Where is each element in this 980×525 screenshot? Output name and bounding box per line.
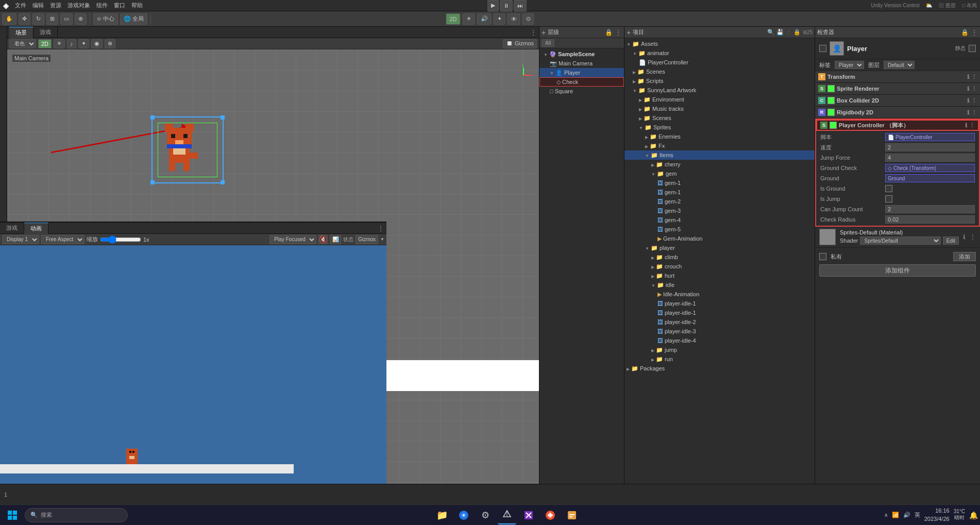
proj-gem-anim[interactable]: ▶ Gem-Animation <box>624 234 815 243</box>
gizmos-btn-game[interactable]: Gizmos <box>356 235 378 244</box>
collider-more-icon[interactable]: ⋮ <box>971 97 977 104</box>
pc-script-value[interactable]: 📄 PlayerController <box>885 133 975 141</box>
taskbar-git[interactable] <box>541 506 560 524</box>
network-icon[interactable]: 📶 <box>892 512 899 518</box>
taskbar-misc[interactable] <box>563 506 581 524</box>
start-button[interactable] <box>2 506 23 524</box>
proj-playercontroller[interactable]: 📄 PlayerController <box>624 58 815 67</box>
menu-edit[interactable]: 编辑 <box>32 2 44 9</box>
proj-scenes[interactable]: 📁 Scenes <box>624 67 815 76</box>
step-button[interactable]: ⏭ <box>514 0 527 11</box>
menu-component[interactable]: 组件 <box>96 2 108 9</box>
rigidbody-enable[interactable] <box>827 109 835 116</box>
pc-speed-value[interactable]: 2 <box>885 143 975 151</box>
menu-help[interactable]: 帮助 <box>131 2 143 9</box>
mute-btn[interactable]: 🔇 <box>318 235 328 244</box>
pause-button[interactable]: ⏸ <box>500 0 513 11</box>
proj-run[interactable]: 📁 run <box>624 354 815 364</box>
pc-checkradius-value[interactable]: 0.02 <box>885 215 975 224</box>
proj-packages[interactable]: 📁 Packages <box>624 364 815 373</box>
inspector-lock[interactable]: 🔒 <box>961 29 969 36</box>
proj-items[interactable]: 📁 Items <box>624 150 815 160</box>
hier-main-camera[interactable]: 📷 Main Camera <box>539 59 624 68</box>
gizmos-btn[interactable]: 🔲 Gizmos <box>503 39 537 48</box>
collab-icon[interactable]: ⛅ <box>925 2 933 9</box>
pivot-btn[interactable]: ⊙ 中心 <box>93 13 118 25</box>
project-add-btn[interactable]: + <box>627 28 631 37</box>
hand-tool[interactable]: ✋ <box>2 13 16 25</box>
project-content[interactable]: 📁 Assets 📁 animator 📄 PlayerController 📁 <box>624 38 815 504</box>
proj-hurt[interactable]: 📁 hurt <box>624 271 815 280</box>
static-toggle[interactable] <box>969 45 976 52</box>
proj-gem3[interactable]: 🖼 gem-3 <box>624 206 815 215</box>
hierarchy-add-btn[interactable]: + <box>542 28 546 37</box>
proj-environment[interactable]: 📁 Environment <box>624 95 815 104</box>
shader-edit-btn[interactable]: Edit <box>943 236 959 245</box>
pc-more-icon[interactable]: ⋮ <box>969 122 975 129</box>
sprite-enable[interactable] <box>827 85 835 92</box>
inspector-menu[interactable]: ⋮ <box>971 28 978 37</box>
proj-idle-anim[interactable]: ▶ Idle-Animation <box>624 290 815 299</box>
proj-climb[interactable]: 📁 climb <box>624 252 815 262</box>
pc-jumpforce-value[interactable]: 4 <box>885 154 975 162</box>
tag-select[interactable]: Player <box>835 61 864 69</box>
sprite-renderer-header[interactable]: S Sprite Renderer ℹ ⋮ <box>815 83 980 94</box>
play-mode-select[interactable]: Play Focused <box>269 235 316 244</box>
hierarchy-content[interactable]: 🔮 SampleScene 📷 Main Camera 👤 Player ◇ <box>539 48 624 504</box>
project-lock[interactable]: 🔒 <box>793 29 801 36</box>
proj-gem5[interactable]: 🖼 gem-5 <box>624 225 815 234</box>
taskbar-explorer[interactable]: 📁 <box>433 506 451 524</box>
proj-scripts[interactable]: 📁 Scripts <box>624 76 815 86</box>
add-tag-btn[interactable]: 添加 <box>953 252 976 261</box>
layer-select[interactable]: Default <box>884 61 915 69</box>
proj-gem4[interactable]: 🖼 gem-4 <box>624 215 815 225</box>
game-canvas[interactable]: 激活 Windows 转到"设置"以激活 Windows。 <box>0 245 386 504</box>
taskbar-browser[interactable] <box>454 506 473 524</box>
rect-tool[interactable]: ▭ <box>60 13 73 25</box>
proj-sunnyland[interactable]: 📁 SunnyLand Artwork <box>624 86 815 95</box>
rotate-tool[interactable]: ↻ <box>32 13 44 25</box>
tray-expand[interactable]: ∧ <box>884 512 888 518</box>
project-search-icon[interactable]: 🔍 <box>767 29 774 36</box>
proj-gem[interactable]: 📁 gem <box>624 169 815 178</box>
proj-idle1b[interactable]: 🖼 player-idle-1 <box>624 308 815 317</box>
proj-music[interactable]: 📁 Music tracks <box>624 104 815 113</box>
gizmos-toggle[interactable]: ⊙ <box>522 13 534 25</box>
volume-icon[interactable]: 🔊 <box>903 512 910 518</box>
proj-idle4[interactable]: 🖼 player-idle-4 <box>624 336 815 345</box>
private-checkbox[interactable] <box>819 253 826 260</box>
scene-panel-menu[interactable]: ⋮ <box>530 28 537 37</box>
hier-square[interactable]: □ Square <box>539 87 624 96</box>
taskbar-unity[interactable] <box>498 506 516 524</box>
game-panel-dots[interactable]: ⋮ <box>377 224 384 232</box>
project-save-icon[interactable]: 💾 <box>776 29 784 36</box>
transform-info-icon[interactable]: ℹ <box>967 74 969 80</box>
anim-tab-btn[interactable]: 动画 <box>24 223 48 234</box>
hierarchy-all-label[interactable]: All <box>542 39 554 47</box>
object-active-toggle[interactable] <box>819 45 826 52</box>
sprite-info-icon[interactable]: ℹ <box>967 86 969 92</box>
audio-toggle[interactable]: 🔊 <box>477 13 492 25</box>
proj-player-folder[interactable]: 📁 player <box>624 243 815 252</box>
pc-canjumpcount-value[interactable]: 2 <box>885 205 975 213</box>
aspect-select[interactable]: Free Aspect <box>41 235 85 244</box>
pc-ground-value[interactable]: Ground <box>885 174 975 182</box>
lighting-toggle[interactable]: ☀ <box>463 13 475 25</box>
proj-jump[interactable]: 📁 jump <box>624 345 815 354</box>
transform-header[interactable]: T Transform ℹ ⋮ <box>815 71 980 82</box>
menu-assets[interactable]: 资源 <box>50 2 61 9</box>
taskbar-vs[interactable] <box>519 506 538 524</box>
layers-dropdown[interactable]: ▤ 图层 <box>939 2 956 9</box>
project-dots[interactable]: ⋮ <box>786 29 791 36</box>
object-name[interactable]: Player <box>847 45 952 53</box>
weather-widget[interactable]: 31°C 晴时 <box>954 509 965 521</box>
box-collider-header[interactable]: C Box Collider 2D ℹ ⋮ <box>815 95 980 106</box>
proj-enemies[interactable]: 📁 Enemies <box>624 132 815 141</box>
pc-isjump-checkbox[interactable] <box>885 195 892 202</box>
taskbar-settings[interactable]: ⚙ <box>476 506 495 524</box>
menu-bar[interactable]: ◈ 文件 编辑 资源 游戏对象 组件 窗口 帮助 ▶ ⏸ ⏭ Unity Ver… <box>0 0 980 11</box>
move-tool[interactable]: ✥ <box>19 13 30 25</box>
shader-select[interactable]: Sprites/Default <box>860 236 940 245</box>
proj-gem1b[interactable]: 🖼 gem-1 <box>624 188 815 197</box>
proj-crouch[interactable]: 📁 crouch <box>624 262 815 271</box>
